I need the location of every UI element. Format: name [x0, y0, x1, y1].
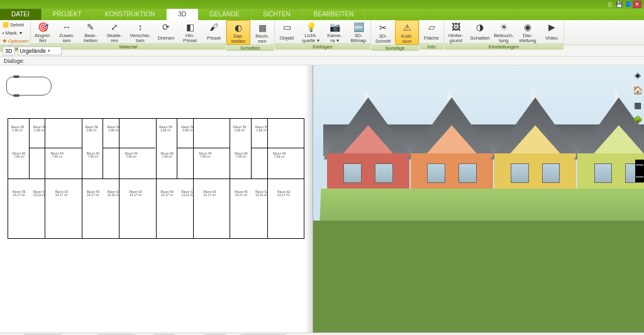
ribbon-icon: ⟳ [160, 21, 172, 33]
plan-unit: Raum 581,66 m² Raum 561,66 m² Raum 547,4… [8, 119, 82, 238]
titlebar: ⎙ 💾 📘 ? — ▢ ✕ [0, 0, 644, 9]
ribbon-icon: ▭ [281, 21, 292, 33]
ribbon-icon: ⚠ [401, 22, 413, 33]
ribbon-rechnen-button[interactable]: ▦Rech-nen [250, 20, 274, 45]
ribbon-pinsel-button[interactable]: 🖌Pinsel [202, 20, 226, 43]
workspace: Raum 581,66 m² Raum 561,66 m² Raum 547,4… [0, 65, 644, 332]
ribbon-hinpinsel-button[interactable]: ◧Hin.Pinsel [178, 20, 202, 43]
plan-unit: Raum 581,66 m² Raum 561,66 m² Raum 547,4… [230, 119, 304, 238]
ribbon-icon: ⤢ [109, 21, 120, 33]
ribbon-schatten-button[interactable]: ◑Schatten [468, 20, 492, 43]
ribbon-dschnitt-button[interactable]: ✂3D-Schnitt [371, 20, 395, 45]
render-toolbar: ◈🏠▦🌳 [631, 69, 644, 126]
menu-tabs: DATEIPROJEKTKONSTRUKTION3DGELÄNDESICHTEN… [0, 9, 644, 20]
ribbon-drehen-button[interactable]: ⟳Drehen [154, 20, 178, 43]
ribbon: 🟨 Selekt▪ Mark. ▾✚ OptionenAuswahl🎯Abgre… [0, 20, 644, 45]
ribbon-icon: ◧ [184, 21, 196, 33]
ribbon-icon: 🎯 [37, 21, 48, 33]
ground [313, 221, 644, 333]
ribbon-icon: 🔤 [353, 21, 364, 33]
floorplan: Raum 581,66 m² Raum 561,66 m² Raum 547,4… [8, 118, 304, 239]
ribbon-icon: ◉ [522, 21, 533, 33]
ribbon-darstellung-button[interactable]: ◉Dar-stellung [516, 20, 540, 43]
car-symbol [6, 77, 52, 96]
ribbon-icon: 🖼 [450, 21, 462, 33]
ribbon-icon: ↔ [61, 21, 72, 33]
render-pane[interactable]: ◈🏠▦🌳 [313, 65, 644, 332]
ribbon-icon: ◑ [474, 21, 486, 33]
ribbon-icon: ✎ [85, 21, 96, 33]
panel-handle[interactable] [635, 160, 644, 182]
ribbon-icon: ↕ [135, 21, 146, 33]
ribbon-bearbeiten-button[interactable]: ✎Bear-beiten [79, 20, 103, 43]
menu-tab-3d[interactable]: 3D [167, 9, 198, 20]
close-icon[interactable]: ✕ [633, 1, 641, 8]
plan-unit: Raum 581,66 m² Raum 561,66 m² Raum 547,4… [157, 119, 231, 238]
ribbon-video-button[interactable]: ▶Video [540, 20, 564, 43]
ribbon-abgreifen-button[interactable]: 🎯Abgrei-fen [31, 20, 55, 43]
ribbon-icon: ☀ [498, 21, 509, 33]
render-tool-3[interactable]: 🌳 [632, 114, 643, 126]
view-mode-combo[interactable]: 3D [3, 47, 15, 55]
book-icon[interactable]: 📘 [625, 1, 632, 8]
dialogs-label: Dialoge: [3, 58, 26, 64]
printer-icon[interactable]: ⎙ [606, 1, 613, 8]
ribbon-objekt-button[interactable]: ▭Objekt [275, 20, 299, 43]
ribbon-verschieben-button[interactable]: ↕Verschie-ben [126, 20, 154, 43]
menu-tab-gelände[interactable]: GELÄNDE [198, 9, 252, 20]
ribbon-icon: ▶ [546, 21, 557, 33]
menu-tab-sichten[interactable]: SICHTEN [252, 9, 303, 20]
menu-tab-konstruktion[interactable]: KONSTRUKTION [94, 9, 167, 20]
ribbon-icon: 💡 [305, 21, 316, 33]
plan-unit: Raum 581,66 m² Raum 561,66 m² Raum 547,4… [82, 119, 157, 238]
menu-tab-bearbeiten[interactable]: BEARBEITEN [303, 9, 365, 20]
terrain-combo[interactable]: Urgelände▾ [18, 47, 62, 55]
ribbon-dbitmap-button[interactable]: 🔤3D-Bitmap [347, 20, 370, 43]
menu-tab-projekt[interactable]: PROJEKT [42, 9, 94, 20]
ribbon-zuweisen-button[interactable]: ↔Zuwei-sen [55, 20, 79, 43]
menu-tab-datei[interactable]: DATEI [0, 9, 42, 20]
render-tool-0[interactable]: ◈ [632, 69, 643, 80]
ribbon-icon: 🖌 [208, 21, 219, 33]
ribbon-flche-button[interactable]: ▱Fläche [419, 20, 443, 43]
ribbon-icon: ▱ [426, 21, 437, 33]
ribbon-darstellen-button[interactable]: ◐Dar-stellen [226, 20, 250, 45]
render-tool-1[interactable]: 🏠 [632, 84, 643, 96]
ribbon-hintergrund-button[interactable]: 🖼Hinter-grund [444, 20, 468, 43]
save-icon[interactable]: 💾 [615, 1, 623, 8]
ribbon-kamera-button[interactable]: 📷Kame-ra ▾ [323, 20, 347, 43]
ribbon-beleuchtung-button[interactable]: ☀Beleuch-tung [492, 20, 516, 43]
ribbon-skalieren-button[interactable]: ⤢Skalie-ren [103, 20, 126, 43]
select-stack[interactable]: 🟨 Selekt▪ Mark. ▾✚ Optionen [0, 20, 30, 45]
plan-pane[interactable]: Raum 581,66 m² Raum 561,66 m² Raum 547,4… [0, 65, 313, 332]
dialogs-bar: Dialoge: [0, 57, 644, 65]
ribbon-icon: 📷 [329, 21, 340, 33]
ribbon-lichtquelle-button[interactable]: 💡Licht-quelle ▾ [299, 20, 323, 43]
status-controls: Layer : 01_ug.eg.og Geschoss : Erdgescho… [0, 332, 644, 335]
ribbon-icon: ▦ [257, 22, 268, 33]
render-tool-2[interactable]: ▦ [632, 99, 643, 111]
ribbon-icon: ◐ [233, 22, 244, 33]
ribbon-icon: ✂ [377, 22, 389, 33]
ribbon-kollision-button[interactable]: ⚠Kolli-sion [395, 20, 419, 45]
